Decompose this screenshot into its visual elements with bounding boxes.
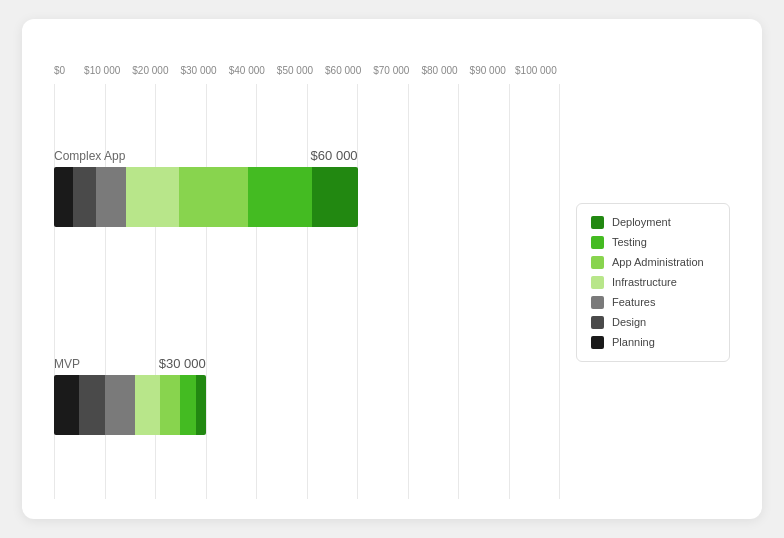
- complex-app-total: $60 000: [311, 148, 358, 163]
- legend-swatch: [591, 336, 604, 349]
- grid-line: [357, 84, 358, 499]
- bar-segment-app-administration: [179, 167, 247, 227]
- x-label: $60 000: [319, 65, 367, 76]
- x-label: $20 000: [126, 65, 174, 76]
- x-label: $30 000: [174, 65, 222, 76]
- bar-row: Complex App$60 000: [54, 148, 560, 227]
- x-label: $50 000: [271, 65, 319, 76]
- legend-label: App Administration: [612, 256, 704, 268]
- x-label: $0: [54, 65, 78, 76]
- stacked-bar: [54, 375, 206, 435]
- grid-line: [458, 84, 459, 499]
- bar-segment-infrastructure: [126, 167, 179, 227]
- grid-line: [408, 84, 409, 499]
- x-label: $40 000: [223, 65, 271, 76]
- bar-segment-planning: [54, 167, 73, 227]
- bar-segment-infrastructure: [135, 375, 160, 435]
- x-label: $90 000: [464, 65, 512, 76]
- legend-label: Planning: [612, 336, 655, 348]
- bar-segment-testing: [248, 167, 313, 227]
- grid-line: [509, 84, 510, 499]
- legend-item-testing: Testing: [591, 236, 715, 249]
- legend-label: Features: [612, 296, 655, 308]
- bar-meta: Complex App$60 000: [54, 148, 560, 163]
- legend-swatch: [591, 216, 604, 229]
- bar-segment-deployment: [196, 375, 206, 435]
- legend-item-features: Features: [591, 296, 715, 309]
- grid-line: [307, 84, 308, 499]
- legend-label: Deployment: [612, 216, 671, 228]
- complex-app-label: Complex App: [54, 149, 125, 163]
- mvp-label: MVP: [54, 357, 80, 371]
- grid-lines: [54, 84, 560, 499]
- grid-line: [206, 84, 207, 499]
- bar-segment-design: [79, 375, 104, 435]
- chart-body: $0$10 000$20 000$30 000$40 000$50 000$60…: [54, 65, 730, 499]
- legend-item-app-administration: App Administration: [591, 256, 715, 269]
- x-label: $80 000: [415, 65, 463, 76]
- bar-segment-deployment: [312, 167, 358, 227]
- legend-item-infrastructure: Infrastructure: [591, 276, 715, 289]
- bar-segment-design: [73, 167, 96, 227]
- bar-row: MVP$30 000: [54, 356, 560, 435]
- bar-segment-planning: [54, 375, 79, 435]
- x-label: $70 000: [367, 65, 415, 76]
- legend-area: DeploymentTestingApp AdministrationInfra…: [560, 65, 730, 499]
- bar-segment-features: [96, 167, 126, 227]
- x-label: $100 000: [512, 65, 560, 76]
- mvp-total: $30 000: [159, 356, 206, 371]
- legend-item-design: Design: [591, 316, 715, 329]
- legend-label: Testing: [612, 236, 647, 248]
- legend-item-deployment: Deployment: [591, 216, 715, 229]
- bar-segment-features: [105, 375, 135, 435]
- bar-meta: MVP$30 000: [54, 356, 560, 371]
- grid-line: [256, 84, 257, 499]
- stacked-bar: [54, 167, 358, 227]
- legend-swatch: [591, 256, 604, 269]
- grid-line: [54, 84, 55, 499]
- x-label: $10 000: [78, 65, 126, 76]
- legend-label: Design: [612, 316, 646, 328]
- legend-item-planning: Planning: [591, 336, 715, 349]
- x-axis: $0$10 000$20 000$30 000$40 000$50 000$60…: [54, 65, 560, 76]
- legend-swatch: [591, 276, 604, 289]
- legend-swatch: [591, 316, 604, 329]
- legend-swatch: [591, 296, 604, 309]
- grid-line: [155, 84, 156, 499]
- grid-line: [559, 84, 560, 499]
- legend-box: DeploymentTestingApp AdministrationInfra…: [576, 203, 730, 362]
- legend-swatch: [591, 236, 604, 249]
- legend-label: Infrastructure: [612, 276, 677, 288]
- bar-segment-app-administration: [160, 375, 180, 435]
- chart-area: $0$10 000$20 000$30 000$40 000$50 000$60…: [54, 65, 560, 499]
- bars-section: Complex App$60 000MVP$30 000: [54, 84, 560, 499]
- bar-segment-testing: [180, 375, 195, 435]
- grid-line: [105, 84, 106, 499]
- chart-card: $0$10 000$20 000$30 000$40 000$50 000$60…: [22, 19, 762, 519]
